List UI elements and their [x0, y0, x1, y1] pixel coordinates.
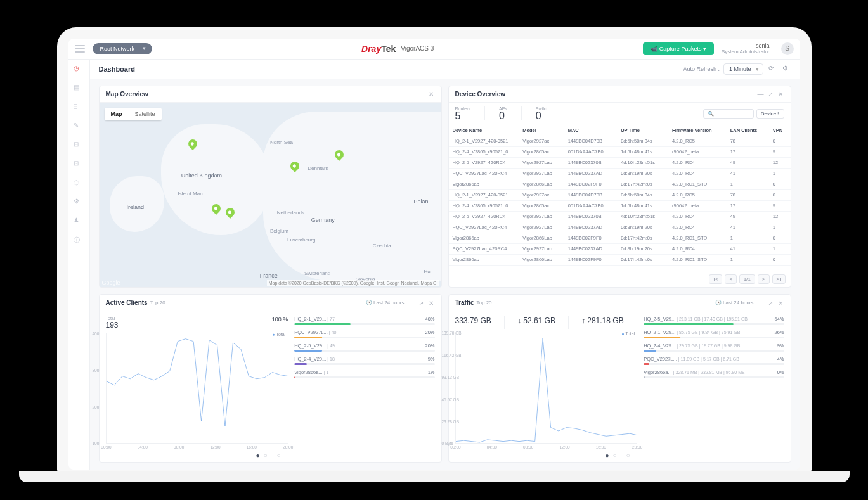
col-header[interactable]: UP Time	[617, 125, 668, 136]
sidebar-user-icon[interactable]: ♟	[74, 217, 84, 227]
page-title: Dashboard	[99, 65, 135, 73]
bar-item[interactable]: PQC_V2927L... | 4020%	[294, 330, 434, 338]
clients-chart[interactable]: Total 00:0004:0008:0012:0016:0020:001002…	[106, 333, 288, 444]
table-row[interactable]: HQ_2-5_V2927_420RC4Vigor2927Lac1449BC023…	[449, 211, 791, 222]
user-block[interactable]: sonia System Administrator	[722, 42, 770, 54]
stat-switch: Switch0	[536, 106, 549, 121]
carousel-dots[interactable]: ●○ ○	[449, 449, 791, 462]
topbar: Root Network DrayTek VigorACS 3 📹 Captur…	[68, 39, 800, 60]
time-range[interactable]: 🕓 Last 24 hours	[715, 300, 754, 305]
sidebar-settings-icon[interactable]: ⚙	[74, 198, 84, 208]
bar-item[interactable]: HQ_2-5_V29... | 4920%	[294, 343, 434, 352]
avatar[interactable]: S	[781, 42, 794, 55]
bar-item[interactable]: HQ_2-5_V29... | 213.11 GB | 17.40 GB | 1…	[644, 316, 784, 325]
page-header: Dashboard Auto Refresh : 1 Minute ⟳ ⚙	[90, 60, 800, 79]
col-header[interactable]: LAN Clients	[727, 125, 769, 136]
auto-refresh-label: Auto Refresh :	[683, 66, 720, 72]
product-name: VigorACS 3	[401, 45, 434, 52]
device-overview-card: Device Overview — ↗ ✕ Routers5 APs0 Swit…	[448, 86, 791, 288]
bar-item[interactable]: HQ_2-1_V29... | 7740%	[294, 316, 434, 325]
time-range[interactable]: 🕓 Last 24 hours	[366, 300, 405, 305]
satellite-button[interactable]: Satellite	[129, 108, 162, 120]
sidebar-monitor-icon[interactable]: ⌸	[74, 103, 84, 113]
sidebar-provision-icon[interactable]: ⊟	[74, 141, 84, 151]
sidebar-dashboard-icon[interactable]: ◷	[74, 65, 84, 75]
sidebar-config-icon[interactable]: ✎	[74, 122, 84, 132]
map-type-toggle: Map Satellite	[105, 108, 162, 120]
bar-item[interactable]: HQ_2-1_V29... | 85.75 GB | 9.84 GB | 75.…	[644, 330, 784, 338]
table-row[interactable]: HQ_2-1_V2927_420-0521Vigor2927ac1449BC04…	[449, 136, 791, 146]
table-row[interactable]: HQ_2-5_V2927_420RC4Vigor2927Lac1449BC023…	[449, 157, 791, 168]
table-row[interactable]: PQC_V2927Lac_420RC4Vigor2927Lac1449BC023…	[449, 222, 791, 233]
map-canvas[interactable]: Map Satellite North Sea United Kingdom I…	[100, 103, 441, 288]
col-header[interactable]: Model	[519, 125, 564, 136]
map-overview-card: Map Overview ✕ Map Satellite North Sea U	[99, 86, 442, 288]
bar-item[interactable]: PQC_V2927L... | 11.89 GB | 5.17 GB | 6.7…	[644, 356, 784, 365]
carousel-dots[interactable]: ●○ ○	[100, 449, 441, 462]
sidebar-about-icon[interactable]: ⓘ	[74, 236, 84, 246]
col-header[interactable]: VPN	[769, 125, 791, 136]
sidebar-network-icon[interactable]: ▤	[74, 84, 84, 94]
device-overview-title: Device Overview	[455, 91, 506, 98]
map-button[interactable]: Map	[105, 108, 129, 120]
device-table: Device NameModelMACUP TimeFirmware Versi…	[449, 125, 791, 272]
close-icon[interactable]: ✕	[429, 300, 435, 306]
device-search-input[interactable]	[703, 109, 754, 119]
table-row[interactable]: Vigor2866acVigor2866Lac1449BC02F9F00d:17…	[449, 179, 791, 189]
bar-item[interactable]: HQ_2-4_V29... | 189%	[294, 356, 434, 365]
brand: DrayTek VigorACS 3	[361, 44, 434, 54]
col-header[interactable]: MAC	[564, 125, 617, 136]
col-header[interactable]: Device Name	[449, 125, 519, 136]
network-dropdown[interactable]: Root Network	[93, 43, 153, 54]
stat-routers: Routers5	[455, 106, 471, 121]
stat-aps: APs0	[499, 106, 507, 121]
logo: DrayTek	[361, 44, 396, 54]
sidebar-reports-icon[interactable]: ◌	[74, 179, 84, 189]
pager-prev[interactable]: <	[725, 274, 737, 284]
table-row[interactable]: PQC_V2927Lac_420RC4Vigor2927Lac1449BC023…	[449, 168, 791, 179]
minimize-icon[interactable]: —	[758, 300, 764, 306]
map-title: Map Overview	[106, 91, 148, 98]
table-row[interactable]: Vigor2866acVigor2866Lac1449BC02F9F00d:17…	[449, 254, 791, 265]
table-row[interactable]: HQ_2-4_V2865_r90571_0520Vigor2865ac001DA…	[449, 200, 791, 211]
expand-icon[interactable]: ↗	[768, 300, 774, 306]
device-filter-dropdown[interactable]: Device ⁝	[756, 109, 784, 119]
traffic-card: Traffic Top 20 🕓 Last 24 hours — ↗ ✕ 333…	[448, 294, 791, 463]
pager-next[interactable]: >	[758, 274, 770, 284]
expand-icon[interactable]: ↗	[418, 300, 425, 306]
close-icon[interactable]: ✕	[778, 91, 784, 97]
bar-item[interactable]: Vigor2866a... | 328.71 MB | 232.81 MB | …	[644, 369, 784, 378]
table-row[interactable]: HQ_2-1_V2927_420-0521Vigor2927ac1449BC04…	[449, 189, 791, 200]
sidebar-maintenance-icon[interactable]: ⊡	[74, 160, 84, 170]
expand-icon[interactable]: ↗	[768, 91, 774, 97]
hamburger-icon[interactable]	[75, 45, 85, 53]
capture-packets-button[interactable]: 📹 Capture Packets ▾	[643, 42, 714, 55]
minimize-icon[interactable]: —	[408, 300, 415, 306]
refresh-icon[interactable]: ⟳	[768, 65, 777, 74]
table-row[interactable]: HQ_2-4_V2865_r90571_0520Vigor2865ac001DA…	[449, 146, 791, 157]
col-header[interactable]: Firmware Version	[668, 125, 727, 136]
table-row[interactable]: PQC_V2927Lac_420RC4Vigor2927Lac1449BC023…	[449, 243, 791, 254]
close-icon[interactable]: ✕	[429, 91, 435, 97]
pager-page: 1/1	[739, 274, 755, 284]
table-row[interactable]: Vigor2866acVigor2866Lac1449BC02F9F00d:17…	[449, 233, 791, 243]
bar-item[interactable]: Vigor2866a... | 11%	[294, 369, 434, 378]
map-attribution: Map data ©2020 GeoBasis-DE/BKG (©2009), …	[267, 280, 439, 286]
minimize-icon[interactable]: —	[758, 91, 764, 97]
close-icon[interactable]: ✕	[778, 300, 784, 306]
traffic-chart[interactable]: Total 00:0004:0008:0012:0016:0020:000 By…	[455, 333, 638, 444]
auto-refresh-dropdown[interactable]: 1 Minute	[723, 63, 763, 75]
pager-first[interactable]: I<	[709, 274, 722, 284]
active-clients-card: Active Clients Top 20 🕓 Last 24 hours — …	[99, 294, 442, 463]
google-logo: Google	[102, 279, 120, 286]
bar-item[interactable]: HQ_2-4_V29... | 29.75 GB | 19.77 GB | 9.…	[644, 343, 784, 352]
settings-icon[interactable]: ⚙	[782, 65, 791, 74]
device-pager: I< < 1/1 > >I	[449, 271, 791, 287]
sidebar: ◷ ▤ ⌸ ✎ ⊟ ⊡ ◌ ⚙ ♟ ⓘ	[68, 60, 90, 470]
pager-last[interactable]: >I	[772, 274, 786, 284]
